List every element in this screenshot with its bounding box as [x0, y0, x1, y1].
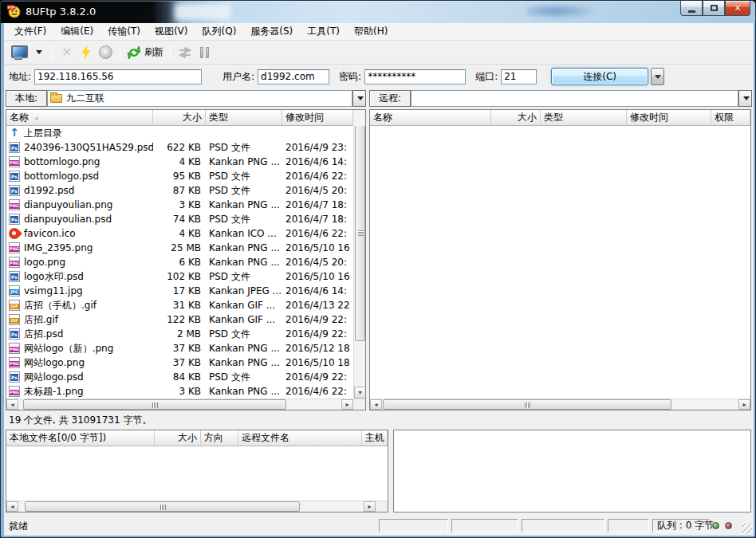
connect-dropdown-button[interactable]: [28, 43, 47, 62]
column-header-size[interactable]: 大小: [153, 110, 206, 126]
file-size: 3 KB: [153, 386, 206, 397]
file-row[interactable]: IMG_2395.png 25 MB Kankan PNG ... 2016/5…: [6, 241, 353, 255]
menu-item[interactable]: 编辑(E): [53, 23, 100, 40]
column-header-direction[interactable]: 方向: [201, 430, 238, 446]
dropdown-caret-icon: [743, 96, 750, 100]
folder-icon: [50, 94, 62, 103]
column-header-permissions[interactable]: 权限: [711, 110, 750, 126]
disconnect-button[interactable]: ✕: [57, 43, 77, 62]
scrollbar-track[interactable]: [18, 399, 341, 410]
menu-item[interactable]: 传输(T): [100, 23, 148, 40]
file-date: 2016/4/6 22:: [282, 171, 353, 182]
file-type: PSD 文件: [206, 213, 282, 226]
remote-horizontal-scrollbar[interactable]: ◂ ▸: [370, 399, 750, 410]
scroll-down-button[interactable]: ▾: [354, 387, 365, 399]
close-button[interactable]: ✕: [725, 1, 750, 16]
scrollbar-thumb[interactable]: [383, 399, 671, 410]
column-header-host[interactable]: 主机: [362, 430, 388, 446]
menu-item[interactable]: 工具(T): [300, 23, 347, 40]
file-row[interactable]: 240396-130Q51HA529.psd 622 KB PSD 文件 201…: [6, 140, 353, 155]
abort-button[interactable]: [96, 43, 115, 62]
file-row[interactable]: 上层目录: [6, 126, 353, 140]
scrollbar-thumb[interactable]: [355, 126, 365, 341]
file-row[interactable]: 店招.psd 2 MB PSD 文件 2016/4/9 22:: [6, 327, 353, 341]
column-header-type[interactable]: 类型: [541, 110, 627, 126]
column-header-name[interactable]: 名称: [370, 110, 491, 126]
refresh-button[interactable]: 刷新: [125, 43, 165, 62]
minimize-button[interactable]: [680, 1, 703, 16]
dropdown-caret-icon: [357, 96, 364, 100]
file-row[interactable]: bottomlogo.psd 95 KB PSD 文件 2016/4/6 22:: [6, 169, 353, 183]
pause-button[interactable]: [195, 43, 214, 62]
file-row[interactable]: 网站logo.psd 84 KB PSD 文件 2016/4/9 22:: [6, 370, 353, 384]
column-header-name[interactable]: 名称▴: [6, 110, 153, 126]
scrollbar-track[interactable]: [18, 501, 364, 512]
resize-grip[interactable]: [742, 524, 752, 534]
file-row[interactable]: bottomlogo.png 4 KB Kankan PNG ... 2016/…: [6, 155, 353, 169]
file-type: Kankan PNG ...: [206, 156, 282, 167]
local-path-value: 九二互联: [66, 92, 104, 105]
remote-path-combo[interactable]: [411, 90, 738, 107]
scrollbar-thumb[interactable]: [23, 399, 286, 410]
menu-item[interactable]: 文件(F): [7, 23, 53, 40]
password-input[interactable]: [364, 69, 466, 84]
scroll-left-button[interactable]: ◂: [6, 501, 18, 512]
toolbar: ✕ 刷新: [4, 41, 754, 65]
local-label-button[interactable]: 本地:: [6, 90, 47, 107]
maximize-button[interactable]: [703, 1, 725, 16]
local-vertical-scrollbar[interactable]: ▴ ▾: [353, 126, 365, 399]
queue-pane: 本地文件名[0/0 字节]) 大小 方向 远程文件名 主机 ◂ ▸: [6, 430, 388, 512]
file-row[interactable]: 网站logo（新）.png 37 KB Kankan PNG ... 2016/…: [6, 341, 353, 355]
quick-connect-button[interactable]: [77, 43, 96, 62]
menu-item[interactable]: 服务器(S): [243, 23, 300, 40]
connect-server-button[interactable]: [9, 43, 28, 62]
file-size: 25 MB: [153, 242, 206, 253]
menu-item[interactable]: 帮助(H): [347, 23, 395, 40]
file-row[interactable]: 店招.gif 122 KB Kankan GIF ... 2016/4/9 22…: [6, 312, 353, 327]
column-header-type[interactable]: 类型: [206, 110, 282, 126]
column-header-date[interactable]: 修改时间: [282, 110, 353, 126]
file-name: 网站logo（新）.png: [24, 342, 113, 355]
column-header-remote-filename[interactable]: 远程文件名: [238, 430, 362, 446]
menu-item[interactable]: 视图(V): [148, 23, 195, 40]
remote-label-button[interactable]: 远程:: [369, 90, 411, 107]
column-header-size[interactable]: 大小: [155, 430, 201, 446]
username-input[interactable]: [258, 69, 329, 84]
file-row[interactable]: d1992.psd 87 KB PSD 文件 2016/4/5 20:: [6, 183, 353, 198]
file-row[interactable]: favicon.ico 4 KB Kankan ICO ... 2016/4/6…: [6, 226, 353, 241]
local-path-combo[interactable]: 九二互联: [47, 90, 352, 107]
file-row[interactable]: vsimg11.jpg 17 KB Kankan JPEG ... 2016/4…: [6, 284, 353, 298]
local-column-headers: 名称▴ 大小 类型 修改时间: [6, 110, 365, 126]
address-input[interactable]: [34, 69, 202, 84]
queue-horizontal-scrollbar[interactable]: ◂ ▸: [6, 501, 388, 512]
local-horizontal-scrollbar[interactable]: ◂ ▸: [6, 399, 365, 410]
file-size: 95 KB: [153, 171, 206, 182]
scroll-right-button[interactable]: ▸: [738, 399, 750, 410]
file-row[interactable]: logo水印.psd 102 KB PSD 文件 2016/5/10 16: [6, 269, 353, 284]
file-row[interactable]: 店招（手机）.gif 31 KB Kankan GIF ... 2016/4/1…: [6, 298, 353, 312]
file-row[interactable]: dianpuyoulian.png 3 KB Kankan PNG ... 20…: [6, 198, 353, 212]
scroll-left-button[interactable]: ◂: [370, 399, 382, 410]
file-row[interactable]: 未标题-1.png 3 KB Kankan PNG ... 2016/4/6 2…: [6, 384, 353, 399]
menu-item[interactable]: 队列(Q): [195, 23, 244, 40]
column-header-date[interactable]: 修改时间: [627, 110, 711, 126]
file-size: 37 KB: [153, 343, 206, 354]
remote-path-dropdown[interactable]: [738, 90, 752, 107]
connect-button[interactable]: 连接(C): [551, 68, 648, 85]
file-row[interactable]: dianpuyoulian.psd 74 KB PSD 文件 2016/4/7 …: [6, 212, 353, 226]
file-row[interactable]: logo.png 6 KB Kankan PNG ... 2016/4/5 20…: [6, 255, 353, 269]
file-date: 2016/4/7 18:: [282, 214, 353, 225]
scrollbar-track[interactable]: [382, 399, 738, 410]
port-input[interactable]: [501, 69, 537, 84]
transfer-button[interactable]: [175, 43, 195, 62]
file-row[interactable]: 网站logo.png 37 KB Kankan PNG ... 2016/5/1…: [6, 355, 353, 370]
scroll-right-button[interactable]: ▸: [364, 501, 376, 512]
scroll-left-button[interactable]: ◂: [6, 399, 18, 410]
column-header-local-filename[interactable]: 本地文件名[0/0 字节]): [6, 430, 155, 446]
scroll-right-button[interactable]: ▸: [341, 399, 353, 410]
connect-options-button[interactable]: [651, 68, 664, 85]
local-path-dropdown[interactable]: [352, 90, 366, 107]
scrollbar-thumb[interactable]: [25, 501, 300, 512]
column-header-size[interactable]: 大小: [491, 110, 541, 126]
status-panel: [608, 519, 649, 532]
